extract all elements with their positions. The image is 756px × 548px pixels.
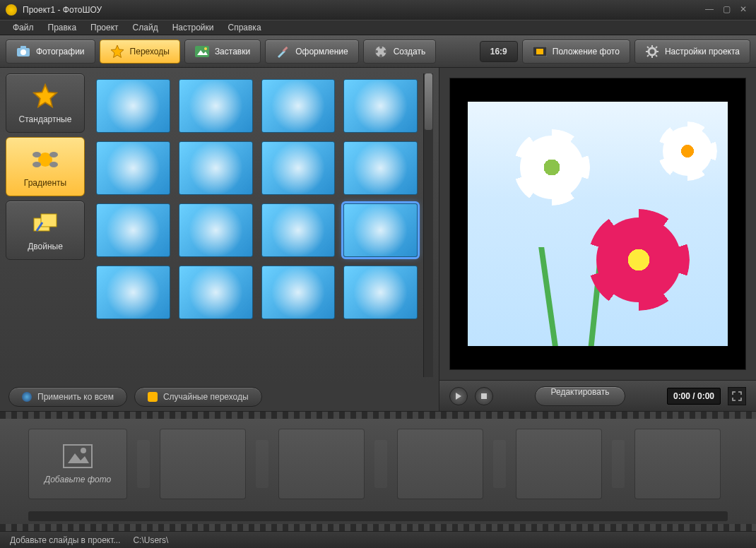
camera-icon <box>16 44 30 59</box>
menu-edit[interactable]: Правка <box>41 23 84 32</box>
transition-thumb[interactable] <box>343 266 418 319</box>
picture-icon <box>195 44 209 59</box>
add-photo-slot[interactable]: Добавьте фото <box>28 429 127 499</box>
star-icon <box>31 82 59 110</box>
svg-point-6 <box>204 47 207 50</box>
category-gradients[interactable]: Градиенты <box>6 137 85 196</box>
svg-point-28 <box>33 152 41 157</box>
status-hint: Добавьте слайды в проект... <box>10 535 120 545</box>
play-button[interactable] <box>449 387 468 405</box>
svg-point-11 <box>379 54 382 57</box>
transition-thumb[interactable] <box>179 203 253 257</box>
transition-thumb[interactable] <box>96 79 170 133</box>
transition-slot[interactable] <box>256 440 268 488</box>
menu-project[interactable]: Проект <box>83 23 126 32</box>
app-logo-icon <box>6 4 17 16</box>
photo-position-button[interactable]: Положение фото <box>522 40 630 64</box>
transition-thumb[interactable] <box>261 266 336 319</box>
timeline-scrollbar[interactable] <box>28 511 728 521</box>
timeline-slot[interactable] <box>278 429 365 499</box>
svg-point-27 <box>49 162 58 167</box>
tab-photos[interactable]: Фотографии <box>6 40 95 64</box>
svg-point-29 <box>49 152 58 157</box>
transition-thumb[interactable] <box>343 141 418 195</box>
svg-line-23 <box>647 55 649 56</box>
svg-point-12 <box>375 50 378 53</box>
menu-file[interactable]: Файл <box>6 23 41 32</box>
heart-icon <box>22 392 32 402</box>
star-icon <box>110 44 124 59</box>
transition-slot[interactable] <box>612 440 625 488</box>
svg-point-36 <box>81 448 86 453</box>
category-standard[interactable]: Стандартные <box>6 73 85 133</box>
svg-rect-4 <box>195 46 209 57</box>
brush-icon <box>276 44 290 59</box>
transition-thumb[interactable] <box>343 79 418 133</box>
transition-thumb-selected[interactable] <box>343 203 418 257</box>
timeline-slot[interactable] <box>516 429 602 499</box>
menu-help[interactable]: Справка <box>220 23 268 32</box>
aspect-ratio-button[interactable]: 16:9 <box>480 41 518 62</box>
fullscreen-button[interactable] <box>728 387 746 405</box>
filmstrip-decoration <box>0 412 756 419</box>
transition-thumb[interactable] <box>261 203 336 257</box>
tab-create[interactable]: Создать <box>363 40 437 64</box>
stop-button[interactable] <box>475 387 493 405</box>
filmstrip-decoration <box>0 524 756 531</box>
preview-image <box>468 102 728 346</box>
status-path: C:\Users\ <box>133 535 168 545</box>
svg-marker-35 <box>68 453 89 463</box>
transition-thumb[interactable] <box>179 79 253 133</box>
timeline-slot[interactable] <box>160 429 246 499</box>
svg-line-21 <box>656 55 657 56</box>
svg-point-10 <box>384 50 386 53</box>
transition-thumb[interactable] <box>261 141 336 195</box>
svg-point-26 <box>33 162 41 167</box>
transition-slot[interactable] <box>137 440 150 488</box>
close-button[interactable]: ✕ <box>736 4 750 16</box>
svg-line-22 <box>656 47 657 48</box>
apply-all-button[interactable]: Применить ко всем <box>8 387 127 407</box>
random-transitions-button[interactable]: Случайные переходы <box>134 387 262 407</box>
svg-marker-3 <box>111 45 124 58</box>
category-double[interactable]: Двойные <box>6 201 85 260</box>
transition-slot[interactable] <box>374 440 387 488</box>
timeline-track[interactable]: Добавьте фото <box>0 419 756 508</box>
svg-rect-14 <box>536 49 543 54</box>
transition-thumb[interactable] <box>261 79 336 133</box>
preview-area <box>449 78 746 370</box>
gallery-scrollbar[interactable] <box>423 73 433 377</box>
timeline-slot[interactable] <box>634 429 721 499</box>
timeline-slot[interactable] <box>397 429 483 499</box>
svg-rect-31 <box>41 214 57 227</box>
svg-rect-34 <box>64 445 92 467</box>
transition-thumb[interactable] <box>96 141 170 195</box>
tab-templates[interactable]: Заставки <box>184 40 261 64</box>
edit-button[interactable]: Редактировать <box>535 386 626 406</box>
tab-transitions[interactable]: Переходы <box>100 40 180 64</box>
gradient-icon <box>31 145 59 174</box>
maximize-button[interactable]: ▢ <box>719 4 733 16</box>
gear-icon <box>645 44 659 59</box>
menubar: Файл Правка Проект Слайд Настройки Справ… <box>0 20 756 35</box>
reel-icon <box>374 44 388 59</box>
transition-thumb[interactable] <box>179 141 253 195</box>
svg-line-20 <box>647 47 649 48</box>
menu-slide[interactable]: Слайд <box>126 23 165 32</box>
project-settings-button[interactable]: Настройки проекта <box>634 40 750 64</box>
svg-point-9 <box>379 46 382 49</box>
window-title: Проект1 - ФотоШОУ <box>23 5 699 15</box>
menu-settings[interactable]: Настройки <box>165 23 221 32</box>
svg-rect-33 <box>481 393 487 399</box>
double-icon <box>31 209 59 237</box>
frame-icon <box>533 44 547 59</box>
svg-rect-2 <box>20 46 26 49</box>
transition-thumb[interactable] <box>96 203 170 257</box>
transition-thumb[interactable] <box>179 266 253 319</box>
svg-point-15 <box>649 48 656 55</box>
tab-design[interactable]: Оформление <box>265 40 358 64</box>
transition-slot[interactable] <box>493 440 506 488</box>
image-placeholder-icon <box>62 443 93 469</box>
minimize-button[interactable]: ― <box>702 4 716 16</box>
transition-thumb[interactable] <box>96 266 170 319</box>
